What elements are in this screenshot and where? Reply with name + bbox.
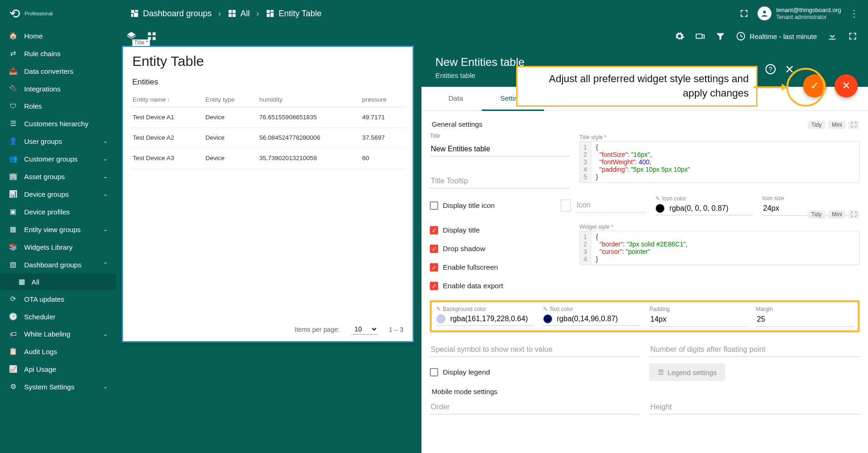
fullscreen-icon[interactable] bbox=[739, 8, 749, 19]
mini-button[interactable]: Mini bbox=[828, 210, 846, 219]
sidebar-item-asset-groups[interactable]: 🏢Asset groups⌄ bbox=[0, 168, 116, 185]
digits-input[interactable] bbox=[649, 343, 860, 357]
padding-input[interactable] bbox=[649, 312, 747, 327]
entities-table-widget[interactable]: Title * Entity Table Entities Entity nam… bbox=[122, 45, 414, 343]
logo[interactable]: ⟲ ThingsBoard Professional bbox=[9, 6, 111, 21]
tidy-button[interactable]: Tidy bbox=[808, 121, 825, 129]
entity-aliases-icon[interactable] bbox=[695, 31, 705, 41]
svg-text:?: ? bbox=[769, 65, 772, 73]
icon-color-field[interactable]: rgba(0, 0, 0, 0.87) bbox=[655, 202, 753, 215]
mini-button[interactable]: Mini bbox=[828, 121, 846, 129]
table-row[interactable]: Test Device A2Device56.08452477828000637… bbox=[130, 128, 406, 148]
sidebar-item-integrations[interactable]: 🔌Integrations bbox=[0, 80, 116, 97]
sidebar-item-api-usage[interactable]: 📈Api Usage bbox=[0, 360, 116, 378]
sidebar-item-audit-logs[interactable]: 📋Audit Logs bbox=[0, 343, 116, 360]
sidebar-item-customers-hierarchy[interactable]: ☰Customers hierarchy bbox=[0, 115, 116, 132]
chevron-up-icon: ⌃ bbox=[103, 261, 108, 268]
icon-input[interactable] bbox=[576, 198, 646, 213]
sidebar-item-device-profiles[interactable]: ▣Device profiles bbox=[0, 203, 116, 220]
sidebar-item-home[interactable]: 🏠Home bbox=[0, 27, 116, 45]
column-pressure[interactable]: pressure bbox=[359, 92, 406, 107]
sidebar-subitem-all[interactable]: ▦All bbox=[0, 273, 116, 290]
table-row[interactable]: Test Device A1Device76.6515590865183549.… bbox=[130, 107, 406, 128]
svg-rect-16 bbox=[153, 37, 155, 40]
special-symbol-input[interactable] bbox=[430, 343, 640, 357]
sidebar-item-ota-updates[interactable]: ⟳OTA updates bbox=[0, 290, 116, 308]
filter-icon[interactable] bbox=[715, 31, 725, 41]
sidebar-item-white-labeling[interactable]: 🏷White Labeling⌄ bbox=[0, 325, 116, 343]
breadcrumb-group[interactable]: Dashboard groups bbox=[130, 9, 212, 19]
sidebar-item-customer-groups[interactable]: 👥Customer groups⌄ bbox=[0, 150, 116, 168]
cancel-button[interactable]: ✕ bbox=[835, 74, 858, 97]
drop-shadow-checkbox[interactable]: ✓ bbox=[430, 245, 438, 253]
sidebar-item-widgets-library[interactable]: 📚Widgets Library bbox=[0, 238, 116, 256]
ota-icon: ⟳ bbox=[8, 295, 18, 303]
user-email: tenant@thingsboard.org bbox=[776, 6, 841, 14]
settings-icon[interactable] bbox=[674, 31, 685, 41]
sidebar-item-scheduler[interactable]: 🕒Scheduler bbox=[0, 308, 116, 325]
close-icon[interactable] bbox=[784, 64, 795, 74]
fullscreen-code-button[interactable]: ⛶ bbox=[849, 121, 859, 129]
dashboard-icon bbox=[266, 9, 275, 18]
breadcrumb-current[interactable]: Entity Table bbox=[266, 9, 322, 19]
dashboard-canvas: Title * Entity Table Entities Entity nam… bbox=[116, 45, 868, 453]
sidebar-item-device-groups[interactable]: 📊Device groups⌄ bbox=[0, 185, 116, 203]
fullscreen-code-button[interactable]: ⛶ bbox=[849, 210, 859, 219]
mobile-order-input[interactable] bbox=[430, 400, 640, 414]
grid-icon bbox=[227, 9, 237, 18]
apply-button[interactable]: ✓ bbox=[803, 74, 826, 97]
chevron-down-icon: ⌄ bbox=[103, 173, 108, 180]
sidebar-item-system-settings[interactable]: ⚙System Settings⌄ bbox=[0, 378, 116, 395]
title-tooltip-input[interactable] bbox=[430, 174, 570, 188]
help-icon[interactable]: ? bbox=[765, 64, 776, 75]
sidebar-item-entity-view-groups[interactable]: ▦Entity view groups⌄ bbox=[0, 220, 116, 238]
widget-style-code[interactable]: 1234 { "border": "3px solid #2E86C1", "c… bbox=[579, 231, 860, 265]
sidebar-item-data-converters[interactable]: 📥Data converters bbox=[0, 62, 116, 80]
pager: Items per page: 10 1 – 3 bbox=[295, 324, 403, 335]
svg-rect-3 bbox=[134, 13, 138, 17]
more-icon[interactable]: ⋮ bbox=[849, 8, 859, 19]
download-icon[interactable] bbox=[827, 31, 837, 41]
display-title-icon-checkbox[interactable] bbox=[430, 201, 438, 210]
text-color-field[interactable]: rgba(0,14,96,0.87) bbox=[543, 312, 641, 326]
column-entity-name[interactable]: Entity name bbox=[130, 92, 203, 107]
chevron-down-icon: ⌄ bbox=[103, 331, 108, 337]
chevron-right-icon: › bbox=[218, 9, 221, 19]
sidebar-item-roles[interactable]: 🛡Roles bbox=[0, 97, 116, 115]
display-title-checkbox[interactable]: ✓ bbox=[430, 226, 438, 234]
tutorial-callout: Adjust all preferred widget style settin… bbox=[516, 66, 758, 107]
fullscreen-icon[interactable] bbox=[848, 31, 858, 41]
enable-export-checkbox[interactable]: ✓ bbox=[430, 282, 438, 290]
display-legend-checkbox[interactable] bbox=[430, 368, 438, 376]
display-title-icon-label: Display title icon bbox=[443, 201, 495, 210]
chevron-down-icon: ⌄ bbox=[103, 226, 108, 233]
pager-ipp-select[interactable]: 10 bbox=[351, 324, 378, 335]
user-menu[interactable]: tenant@thingsboard.org Tenant administra… bbox=[758, 6, 841, 20]
margin-input[interactable] bbox=[756, 312, 854, 327]
ext-icon: 🔌 bbox=[8, 84, 18, 93]
sidebar-item-dashboard-groups[interactable]: ▧Dashboard groups⌃ bbox=[0, 256, 116, 273]
clock-icon bbox=[736, 31, 746, 41]
column-entity-type[interactable]: Entity type bbox=[203, 92, 257, 107]
column-humidity[interactable]: humidity bbox=[257, 92, 360, 107]
hier-icon: ☰ bbox=[8, 119, 18, 128]
enable-fullscreen-checkbox[interactable]: ✓ bbox=[430, 263, 438, 272]
highlighted-style-row: ✎Background color rgba(161,179,228,0.64)… bbox=[430, 300, 860, 332]
svg-rect-14 bbox=[153, 32, 155, 35]
user-role: Tenant administrator bbox=[776, 14, 841, 20]
icon-preview[interactable] bbox=[561, 200, 571, 212]
breadcrumb-all[interactable]: All bbox=[227, 9, 250, 19]
legend-settings-button[interactable]: ☰ Legend settings bbox=[649, 363, 725, 381]
tab-data[interactable]: Data bbox=[430, 87, 482, 110]
chevron-down-icon: ⌄ bbox=[103, 155, 108, 162]
title-input[interactable] bbox=[430, 142, 570, 156]
widget-title: Entity Table bbox=[123, 47, 413, 70]
timewindow[interactable]: Realtime - last minute bbox=[736, 31, 817, 41]
background-color-field[interactable]: rgba(161,179,228,0.64) bbox=[436, 312, 534, 326]
sidebar-item-user-groups[interactable]: 👤User groups⌄ bbox=[0, 132, 116, 150]
title-style-code[interactable]: 12345 { "fontSize": "16px", "fontWeight"… bbox=[579, 141, 860, 183]
sidebar-item-rule-chains[interactable]: ⇄Rule chains bbox=[0, 45, 116, 62]
table-row[interactable]: Test Device A3Device35.7390201321005960 bbox=[130, 148, 406, 168]
tidy-button[interactable]: Tidy bbox=[808, 210, 825, 219]
mobile-height-input[interactable] bbox=[649, 400, 860, 414]
